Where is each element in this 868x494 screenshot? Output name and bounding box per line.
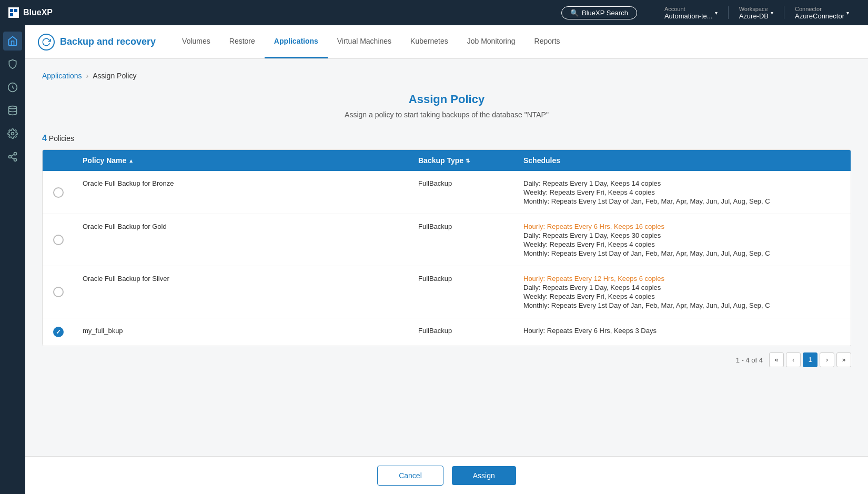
logo-area: BlueXP [8,7,53,18]
tab-volumes[interactable]: Volumes [173,25,220,58]
tab-applications[interactable]: Applications [265,25,328,58]
app-title: Backup and recovery [38,34,156,51]
breadcrumb-current: Assign Policy [93,72,136,80]
pagination-last[interactable]: » [836,352,851,367]
account-label: Account Automation-te... [664,6,713,20]
assign-policy-title: Assign Policy [42,93,851,106]
account-menu[interactable]: Account Automation-te... ▾ [654,6,728,20]
sidebar-item-shield[interactable] [3,55,22,74]
tab-reports[interactable]: Reports [525,25,570,58]
policy-name-sort-icon[interactable]: ▲ [128,158,134,164]
workspace-chevron-icon: ▾ [771,10,773,16]
main-content-area: Backup and recovery Volumes Restore Appl… [25,25,868,494]
svg-rect-0 [10,9,13,12]
assign-policy-header: Assign Policy Assign a policy to start t… [42,93,851,119]
top-navigation: BlueXP 🔍 BlueXP Search Account Automatio… [0,0,868,25]
policies-count: 4 Policies [42,134,851,143]
row1-schedules: Daily: Repeats Every 1 Day, Keeps 14 cop… [515,171,851,214]
row3-schedules: Hourly: Repeats Every 12 Hrs, Keeps 6 co… [515,266,851,318]
sidebar-item-graph[interactable] [3,147,22,166]
tab-kubernetes[interactable]: Kubernetes [401,25,458,58]
workspace-label: Workspace Azure-DB [739,6,769,20]
svg-line-9 [11,157,14,159]
main-layout: Backup and recovery Volumes Restore Appl… [0,25,868,494]
connector-chevron-icon: ▾ [846,10,849,16]
brand-label: BlueXP [23,8,53,17]
sidebar-item-security[interactable] [3,78,22,97]
backup-recovery-icon [38,34,55,51]
cancel-button[interactable]: Cancel [377,466,443,486]
policies-count-label: Policies [49,134,74,143]
pagination: 1 - 4 of 4 « ‹ 1 › » [42,352,851,367]
policy-table: Policy Name ▲ Backup Type ⇅ Schedules [42,149,851,346]
backup-type-sort-icon[interactable]: ⇅ [466,158,470,164]
svg-rect-2 [10,13,13,16]
nav-right: Account Automation-te... ▾ Workspace Azu… [654,6,860,20]
assign-policy-subtitle: Assign a policy to start taking backups … [42,110,851,119]
svg-line-10 [11,154,14,156]
row1-schedules-text: Daily: Repeats Every 1 Day, Keeps 14 cop… [523,179,770,205]
assign-button[interactable]: Assign [452,466,516,485]
breadcrumb: Applications › Assign Policy [42,72,851,80]
svg-point-4 [9,106,17,109]
row1-radio[interactable] [53,187,64,198]
sidebar-item-settings[interactable] [3,124,22,143]
connector-menu[interactable]: Connector AzureConnector ▾ [784,6,860,20]
breadcrumb-parent[interactable]: Applications [42,72,82,80]
row2-schedules-text: Hourly: Repeats Every 6 Hrs, Keeps 16 co… [523,223,770,257]
row3-backup-type: FullBackup [410,266,515,318]
connector-label: Connector AzureConnector [795,6,844,20]
row2-policy-name: Oracle Full Backup for Gold [74,214,410,266]
tab-restore[interactable]: Restore [220,25,265,58]
search-icon: 🔍 [570,9,579,17]
svg-point-5 [12,133,14,135]
pagination-first[interactable]: « [769,352,784,367]
tab-virtual-machines[interactable]: Virtual Machines [328,25,401,58]
table-row[interactable]: my_full_bkup FullBackup Hourly: Repeats … [43,318,851,346]
row4-policy-name: my_full_bkup [74,318,410,346]
row1-select[interactable] [43,171,74,214]
app-header: Backup and recovery Volumes Restore Appl… [25,25,868,59]
th-schedules: Schedules [515,150,851,171]
app-tabs: Volumes Restore Applications Virtual Mac… [173,25,569,58]
netapp-logo [8,7,19,18]
breadcrumb-separator: › [86,72,89,80]
row2-radio[interactable] [53,235,64,245]
table-header: Policy Name ▲ Backup Type ⇅ Schedules [43,150,851,171]
row4-select[interactable] [43,318,74,346]
svg-point-7 [9,156,12,158]
sidebar-item-storage[interactable] [3,101,22,120]
th-select [43,150,74,171]
th-policy-name: Policy Name ▲ [74,150,410,171]
sidebar-item-home[interactable] [3,32,22,51]
workspace-menu[interactable]: Workspace Azure-DB ▾ [729,6,784,20]
row3-select[interactable] [43,266,74,318]
svg-point-6 [14,153,17,155]
row4-schedules: Hourly: Repeats Every 6 Hrs, Keeps 3 Day… [515,318,851,346]
pagination-next[interactable]: › [820,352,834,367]
footer: Cancel Assign [25,456,868,494]
table-row[interactable]: Oracle Full Backup for Gold FullBackup H… [43,214,851,266]
table-row[interactable]: Oracle Full Backup for Silver FullBackup… [43,266,851,318]
page-body: Applications › Assign Policy Assign Poli… [25,59,868,494]
svg-point-8 [14,158,17,161]
row2-backup-type: FullBackup [410,214,515,266]
pagination-page-1[interactable]: 1 [803,352,817,367]
row4-schedules-text: Hourly: Repeats Every 6 Hrs, Keeps 3 Day… [523,327,657,335]
tab-job-monitoring[interactable]: Job Monitoring [458,25,525,58]
row4-backup-type: FullBackup [410,318,515,346]
search-button[interactable]: 🔍 BlueXP Search [561,6,637,19]
svg-rect-1 [14,9,17,12]
row3-policy-name: Oracle Full Backup for Silver [74,266,410,318]
pagination-info: 1 - 4 of 4 [736,356,763,364]
row2-select[interactable] [43,214,74,266]
table-row[interactable]: Oracle Full Backup for Bronze FullBackup… [43,171,851,214]
row3-schedules-text: Hourly: Repeats Every 12 Hrs, Keeps 6 co… [523,275,770,309]
row2-schedules: Hourly: Repeats Every 6 Hrs, Keeps 16 co… [515,214,851,266]
policies-count-number: 4 [42,134,47,143]
pagination-prev[interactable]: ‹ [786,352,801,367]
row1-backup-type: FullBackup [410,171,515,214]
row3-radio[interactable] [53,287,64,297]
row1-policy-name: Oracle Full Backup for Bronze [74,171,410,214]
row4-radio[interactable] [53,327,64,337]
